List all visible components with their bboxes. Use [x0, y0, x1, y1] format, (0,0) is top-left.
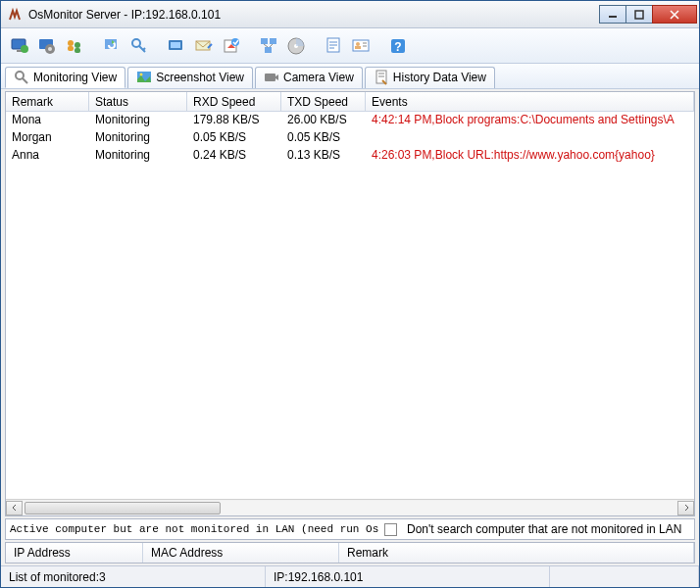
svg-text:?: ? [394, 40, 401, 54]
dont-search-label: Don't search computer that are not monit… [403, 520, 694, 538]
mail-icon[interactable] [191, 33, 217, 59]
disc-icon[interactable] [283, 33, 309, 59]
table-row[interactable]: MorganMonitoring0.05 KB/S0.05 KB/S [6, 129, 694, 147]
col-remark2[interactable]: Remark [339, 543, 694, 563]
col-status[interactable]: Status [89, 92, 187, 111]
svg-point-9 [75, 42, 80, 48]
svg-rect-10 [68, 46, 74, 51]
help-icon[interactable]: ? [385, 33, 411, 59]
cell-remark: Anna [6, 147, 89, 165]
tab-label: History Data View [393, 71, 486, 84]
svg-point-7 [48, 47, 52, 51]
col-txd-speed[interactable]: TXD Speed [281, 92, 366, 111]
svg-point-8 [68, 40, 74, 46]
document-icon [374, 70, 389, 85]
cell-status: Monitoring [89, 129, 187, 147]
svg-point-33 [356, 42, 360, 46]
svg-rect-11 [75, 48, 80, 53]
status-count: List of monitored:3 [1, 566, 266, 587]
cell-txd: 0.05 KB/S [281, 129, 366, 147]
status-empty [550, 566, 699, 587]
magnifier-icon [14, 70, 29, 85]
window-title: OsMonitor Server - IP:192.168.0.101 [28, 8, 600, 22]
scroll-thumb[interactable] [25, 502, 221, 514]
monitor-icon[interactable] [7, 33, 32, 59]
cell-rxd: 179.88 KB/S [187, 112, 281, 129]
svg-point-13 [132, 39, 140, 47]
cell-events [366, 129, 694, 147]
user-card-icon[interactable] [348, 33, 374, 59]
main-table: Remark Status RXD Speed TXD Speed Events… [5, 91, 695, 516]
close-button[interactable] [652, 5, 697, 24]
col-events[interactable]: Events [366, 92, 694, 111]
tab-history-data-view[interactable]: History Data View [365, 67, 495, 88]
status-ip: IP:192.168.0.101 [266, 566, 550, 587]
tab-monitoring-view[interactable]: Monitoring View [5, 67, 125, 88]
key-icon[interactable] [126, 33, 152, 59]
users-icon[interactable] [62, 33, 87, 59]
svg-point-4 [21, 45, 28, 53]
toolbar: ? [1, 28, 699, 64]
cell-events: 4:26:03 PM,Block URL:https://www.yahoo.c… [366, 147, 694, 165]
svg-line-24 [264, 44, 268, 47]
svg-rect-22 [270, 38, 276, 44]
unmonitored-columns: IP Address MAC Address Remark [5, 542, 695, 564]
tab-label: Screenshot View [156, 71, 244, 84]
col-ip-address[interactable]: IP Address [6, 543, 143, 563]
refresh-icon[interactable] [99, 33, 125, 59]
maximize-button[interactable] [625, 5, 653, 24]
svg-line-15 [143, 48, 145, 50]
window-controls [600, 5, 697, 24]
cell-rxd: 0.24 KB/S [187, 147, 281, 165]
scroll-right-icon[interactable] [677, 501, 694, 515]
tab-label: Camera View [283, 71, 354, 84]
app-window: OsMonitor Server - IP:192.168.0.101 ? Mo… [0, 0, 700, 588]
tab-screenshot-view[interactable]: Screenshot View [127, 67, 253, 88]
col-mac-address[interactable]: MAC Address [143, 543, 339, 563]
screenshot-icon[interactable] [164, 33, 189, 59]
cell-rxd: 0.05 KB/S [187, 129, 281, 147]
svg-rect-23 [265, 47, 272, 53]
cell-txd: 26.00 KB/S [281, 112, 366, 129]
table-header: Remark Status RXD Speed TXD Speed Events [6, 92, 694, 112]
network-icon[interactable] [256, 33, 281, 59]
minimize-button[interactable] [599, 5, 626, 24]
svg-rect-43 [265, 74, 275, 81]
tab-camera-view[interactable]: Camera View [255, 67, 363, 88]
svg-rect-17 [171, 42, 180, 48]
svg-point-39 [16, 72, 24, 79]
tab-label: Monitoring View [33, 71, 117, 84]
scroll-left-icon[interactable] [6, 501, 23, 515]
camera-icon [264, 70, 279, 85]
cell-status: Monitoring [89, 147, 187, 165]
table-row[interactable]: MonaMonitoring179.88 KB/S26.00 KB/S4:42:… [6, 112, 694, 129]
table-row[interactable]: AnnaMonitoring0.24 KB/S0.13 KB/S4:26:03 … [6, 147, 694, 165]
titlebar: OsMonitor Server - IP:192.168.0.101 [1, 1, 699, 28]
cell-remark: Morgan [6, 129, 89, 147]
svg-rect-34 [355, 46, 361, 49]
cell-txd: 0.13 KB/S [281, 147, 366, 165]
report-icon[interactable] [321, 33, 346, 59]
view-tabs: Monitoring View Screenshot View Camera V… [1, 64, 699, 89]
table-body: MonaMonitoring179.88 KB/S26.00 KB/S4:42:… [6, 112, 694, 499]
app-icon [7, 7, 23, 23]
status-bar: List of monitored:3 IP:192.168.0.101 [1, 565, 699, 587]
unmonitored-label: Active computer but are not monitored in… [6, 521, 378, 537]
svg-line-25 [270, 44, 273, 47]
dont-search-checkbox[interactable] [384, 523, 397, 536]
col-rxd-speed[interactable]: RXD Speed [187, 92, 281, 111]
horizontal-scrollbar[interactable] [6, 499, 694, 515]
svg-line-40 [23, 78, 27, 83]
col-remark[interactable]: Remark [6, 92, 89, 111]
cell-remark: Mona [6, 112, 89, 129]
svg-rect-21 [261, 38, 268, 44]
cell-events: 4:42:14 PM,Block programs:C:\Documents a… [366, 112, 694, 129]
picture-icon [136, 70, 152, 85]
settings-icon[interactable] [34, 33, 60, 59]
scroll-track[interactable] [23, 501, 677, 515]
unmonitored-bar: Active computer but are not monitored in… [5, 518, 695, 540]
cell-status: Monitoring [89, 112, 187, 129]
home-icon[interactable] [219, 33, 244, 59]
svg-rect-1 [635, 11, 643, 19]
